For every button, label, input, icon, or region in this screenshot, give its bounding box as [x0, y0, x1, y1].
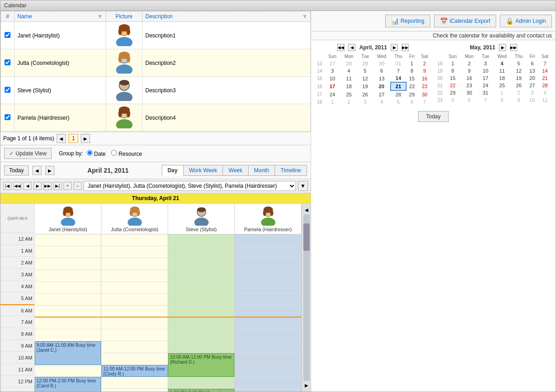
april-d-22[interactable]: 22 — [406, 82, 418, 90]
next-date-button[interactable]: ▶ — [45, 166, 54, 175]
tl-last-btn[interactable]: ▶| — [53, 182, 62, 190]
may-next-1[interactable]: 1 — [493, 89, 511, 96]
may-d-20[interactable]: 20 — [526, 74, 538, 82]
may-next-3[interactable]: 3 — [526, 89, 538, 96]
april-d-15[interactable]: 15 — [406, 74, 418, 82]
tab-week[interactable]: Week — [223, 165, 248, 176]
hour-cell[interactable] — [35, 318, 101, 329]
may-d-3[interactable]: 3 — [478, 60, 493, 67]
select-dropdown-arrow[interactable]: ▼ — [298, 181, 308, 191]
april-d-27[interactable]: 27 — [324, 60, 340, 67]
hour-cell[interactable] — [101, 341, 168, 353]
tl-prev-prev-btn[interactable]: ◀◀ — [13, 182, 21, 190]
may-d-16[interactable]: 16 — [461, 74, 478, 82]
hour-cell[interactable] — [101, 234, 168, 246]
april-d-17[interactable]: 17 — [324, 82, 340, 90]
hour-cell[interactable] — [168, 329, 234, 341]
april-d-12[interactable]: 12 — [357, 74, 372, 82]
may-d-6[interactable]: 6 — [526, 60, 538, 67]
may-next-10[interactable]: 10 — [526, 96, 538, 104]
tab-month[interactable]: Month — [249, 165, 275, 176]
scroll-left-btn[interactable]: ◀ — [305, 207, 308, 212]
may-d-31[interactable]: 31 — [478, 89, 493, 96]
april-next-6[interactable]: 6 — [406, 98, 418, 106]
radio-date[interactable] — [87, 150, 93, 156]
may-d-1[interactable]: 1 — [445, 60, 461, 67]
may-d-12[interactable]: 12 — [511, 67, 526, 74]
tl-add-btn[interactable]: + — [64, 182, 72, 190]
may-d-14[interactable]: 14 — [538, 67, 552, 74]
event-steve-2[interactable]: 1:00 PM-2:00 PM Busy time (John R.) — [168, 389, 234, 392]
may-d-13[interactable]: 13 — [526, 67, 538, 74]
hour-cell[interactable] — [35, 234, 101, 246]
hour-cell[interactable] — [35, 282, 101, 294]
today-button-left[interactable]: Today — [4, 165, 29, 175]
hour-cell[interactable]: 12:00 PM-2:00 PM Busy time (Carol B.) — [35, 377, 101, 389]
may-next-5[interactable]: 5 — [445, 96, 461, 104]
may-next-11[interactable]: 11 — [538, 96, 552, 104]
row-checkbox-2[interactable] — [1, 49, 15, 77]
scroll-thumb[interactable] — [303, 223, 310, 251]
tab-work-week[interactable]: Work Week — [184, 165, 223, 176]
april-d-21-today[interactable]: 21 — [391, 82, 406, 90]
scroll-right-btn[interactable]: ▶ — [305, 383, 308, 388]
hour-cell[interactable] — [168, 377, 234, 389]
resource-select[interactable]: Janet (Hairstylist), Jutta (Cosmetologis… — [84, 181, 296, 191]
hour-cell[interactable] — [101, 294, 168, 306]
hour-cell[interactable] — [235, 282, 301, 294]
hour-cell[interactable] — [168, 234, 234, 246]
tl-next-next-btn[interactable]: ▶▶ — [43, 182, 52, 190]
april-d-4[interactable]: 4 — [340, 67, 358, 74]
hour-cell[interactable] — [168, 318, 234, 329]
april-d-25[interactable]: 25 — [340, 90, 358, 98]
april-next-5[interactable]: 5 — [391, 98, 406, 106]
hour-cell[interactable]: 11:00 AM-12:00 PM Busy time (Cindy R.) — [101, 365, 168, 377]
april-next-2[interactable]: 2 — [340, 98, 358, 106]
hour-cell[interactable] — [235, 341, 301, 353]
row-checkbox-4[interactable] — [1, 104, 15, 132]
april-d-23[interactable]: 23 — [418, 82, 431, 90]
hour-cell[interactable] — [235, 318, 301, 329]
hour-cell[interactable] — [168, 258, 234, 270]
hour-cell[interactable] — [168, 246, 234, 258]
may-d-26[interactable]: 26 — [511, 82, 526, 89]
col-header-description[interactable]: Description ▼ — [143, 11, 311, 22]
tl-prev-btn[interactable]: ◀ — [23, 182, 32, 190]
may-d-5[interactable]: 5 — [511, 60, 526, 67]
event-janet-2[interactable]: 12:00 PM-2:00 PM Busy time (Carol B.) — [35, 377, 101, 392]
april-next-1[interactable]: 1 — [324, 98, 340, 106]
april-d-29[interactable]: 29 — [357, 60, 372, 67]
hour-cell[interactable] — [101, 258, 168, 270]
april-d-1[interactable]: 1 — [406, 60, 418, 67]
radio-resource[interactable] — [111, 150, 117, 156]
resource-body-janet[interactable]: 9:00 AM-11:00 AM Busy time (Janet C.) 12… — [35, 234, 101, 392]
may-d-22[interactable]: 22 — [445, 82, 461, 89]
hour-cell[interactable] — [35, 306, 101, 318]
april-d-10[interactable]: 10 — [324, 74, 340, 82]
hour-cell[interactable] — [168, 306, 234, 318]
may-d-8[interactable]: 8 — [445, 67, 461, 74]
tab-day[interactable]: Day — [162, 165, 184, 176]
may-next-btn[interactable]: ▶▶ — [510, 44, 517, 51]
may-d-29[interactable]: 29 — [445, 89, 461, 96]
may-d-30[interactable]: 30 — [461, 89, 478, 96]
may-d-27[interactable]: 27 — [526, 82, 538, 89]
april-prev-month-btn[interactable]: ◀ — [348, 44, 355, 51]
hour-cell[interactable] — [101, 318, 168, 329]
april-d-19[interactable]: 19 — [357, 82, 372, 90]
may-d-9[interactable]: 9 — [461, 67, 478, 74]
hour-cell[interactable] — [101, 389, 168, 392]
april-d-18[interactable]: 18 — [340, 82, 358, 90]
may-d-25[interactable]: 25 — [493, 82, 511, 89]
hour-cell[interactable] — [235, 294, 301, 306]
hour-cell[interactable] — [235, 246, 301, 258]
may-d-18[interactable]: 18 — [493, 74, 511, 82]
april-d-30[interactable]: 30 — [373, 60, 391, 67]
tl-first-btn[interactable]: |◀ — [3, 182, 11, 190]
may-d-15[interactable]: 15 — [445, 74, 461, 82]
april-prev-btn[interactable]: ◀◀ — [337, 44, 344, 51]
prev-page-button[interactable]: ◀ — [57, 134, 66, 143]
april-d-2[interactable]: 2 — [418, 60, 431, 67]
hour-cell[interactable]: 10:00 AM-12:00 PM Busy time (Richard D.) — [168, 353, 234, 365]
reporting-button[interactable]: 📊 Reporting — [385, 15, 430, 27]
